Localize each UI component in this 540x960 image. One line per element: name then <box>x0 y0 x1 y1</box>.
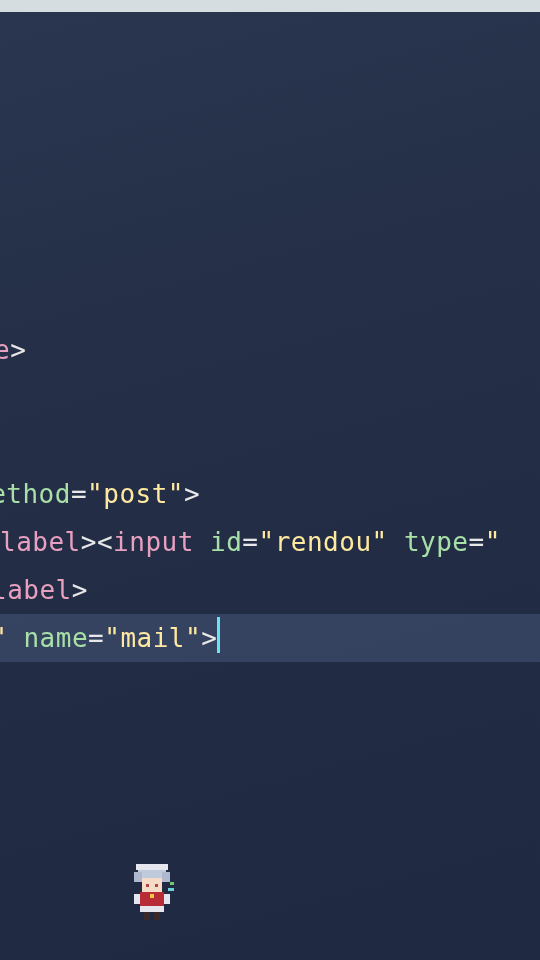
code-line[interactable]: l" name="mail"> <box>0 614 540 662</box>
code-token: abel <box>7 575 72 605</box>
code-token: = <box>242 527 258 557</box>
code-token: input <box>113 527 194 557</box>
code-line[interactable] <box>0 374 540 422</box>
code-token: e <box>0 335 10 365</box>
code-line[interactable]: e> <box>0 326 540 374</box>
code-token: id <box>210 527 242 557</box>
code-line[interactable] <box>0 182 540 230</box>
code-token: " <box>485 527 501 557</box>
code-token: label <box>0 527 81 557</box>
code-token: type <box>404 527 469 557</box>
code-line[interactable] <box>0 86 540 134</box>
code-token: "rendou" <box>259 527 388 557</box>
code-token: ethod <box>0 479 71 509</box>
svg-rect-1 <box>134 872 142 882</box>
code-token: >< <box>81 527 113 557</box>
svg-rect-12 <box>144 912 150 920</box>
code-line[interactable]: label><input id="rendou" type=" <box>0 518 540 566</box>
svg-rect-14 <box>168 888 174 891</box>
svg-rect-4 <box>142 878 162 892</box>
code-token: > <box>201 623 217 653</box>
window-top-edge <box>0 0 540 12</box>
svg-rect-10 <box>134 894 140 904</box>
svg-rect-6 <box>155 884 158 887</box>
code-line[interactable] <box>0 230 540 278</box>
svg-rect-13 <box>154 912 160 920</box>
code-line[interactable]: label> <box>0 566 540 614</box>
code-token <box>388 527 404 557</box>
svg-rect-15 <box>170 882 174 885</box>
code-token: = <box>469 527 485 557</box>
code-token: "post" <box>87 479 184 509</box>
code-editor-viewport[interactable]: e>method="post">label><input id="rendou"… <box>0 12 540 662</box>
code-token: = <box>88 623 104 653</box>
svg-rect-11 <box>164 894 170 904</box>
code-token: > <box>184 479 200 509</box>
svg-rect-8 <box>140 906 164 912</box>
svg-rect-5 <box>146 884 149 887</box>
code-token: "mail" <box>104 623 201 653</box>
code-token <box>194 527 210 557</box>
code-line[interactable]: method="post"> <box>0 470 540 518</box>
code-token <box>7 623 23 653</box>
code-token: name <box>23 623 88 653</box>
text-cursor <box>217 617 220 653</box>
code-line[interactable] <box>0 134 540 182</box>
desktop-mascot-icon <box>128 862 176 922</box>
code-token: = <box>71 479 87 509</box>
svg-rect-2 <box>162 872 170 882</box>
svg-rect-3 <box>136 864 168 870</box>
svg-rect-9 <box>150 894 154 898</box>
code-line[interactable] <box>0 278 540 326</box>
code-line[interactable] <box>0 38 540 86</box>
code-line[interactable] <box>0 422 540 470</box>
code-token: > <box>10 335 26 365</box>
code-token: > <box>72 575 88 605</box>
